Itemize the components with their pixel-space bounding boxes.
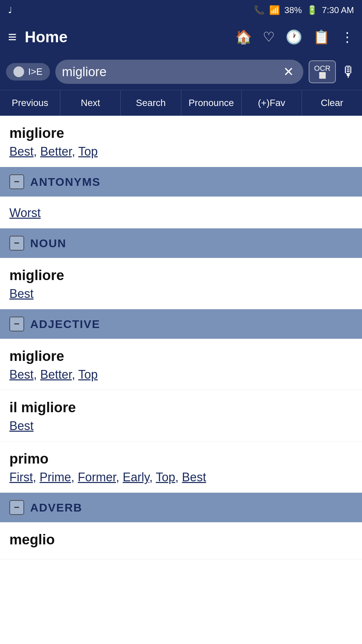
noun-collapse-icon[interactable]: − <box>9 236 24 251</box>
status-left: ♩ <box>8 5 12 15</box>
home-icon[interactable]: 🏠 <box>235 29 252 45</box>
translation-adj3-top[interactable]: Top <box>156 470 175 484</box>
status-right: 📞 📶 38% 🔋 7:30 AM <box>254 5 354 15</box>
history-icon[interactable]: 🕐 <box>286 29 302 45</box>
main-word-translations: Best, Better, Top <box>9 145 353 159</box>
adj-word-1-italian: migliore <box>9 348 353 364</box>
language-toggle-button[interactable]: I>E <box>6 63 50 80</box>
nav-icons: 🏠 ♡ 🕐 📋 ⋮ <box>235 29 354 45</box>
microphone-button[interactable]: 🎙 <box>341 63 356 80</box>
adjective-section-title: ADJECTIVE <box>30 318 100 331</box>
top-nav: ≡ Home 🏠 ♡ 🕐 📋 ⋮ <box>0 20 362 54</box>
adjective-collapse-icon[interactable]: − <box>9 317 24 331</box>
adjective-section-header[interactable]: − ADJECTIVE <box>0 309 362 339</box>
pronounce-button[interactable]: Pronounce <box>181 90 242 116</box>
adjective-entry-2: il migliore Best <box>0 390 362 441</box>
search-input[interactable] <box>62 65 281 79</box>
more-options-icon[interactable]: ⋮ <box>341 29 354 45</box>
noun-word-italian: migliore <box>9 267 353 283</box>
translation-adj2-best[interactable]: Best <box>9 419 34 433</box>
next-button[interactable]: Next <box>60 90 121 116</box>
clear-button[interactable]: Clear <box>302 90 362 116</box>
search-area: I>E ✕ OCR ⬜ 🎙 <box>0 54 362 90</box>
translation-adj1-better[interactable]: Better <box>40 368 72 381</box>
translation-adj3-early[interactable]: Early <box>123 470 149 484</box>
adverb-section-title: ADVERB <box>30 501 82 514</box>
translation-link-noun-best[interactable]: Best <box>9 287 34 301</box>
translation-link-best[interactable]: Best <box>9 145 34 158</box>
page-title: Home <box>25 28 227 46</box>
adjective-entry-1: migliore Best, Better, Top <box>0 339 362 390</box>
adjective-entry-3: primo First, Prime, Former, Early, Top, … <box>0 441 362 493</box>
toggle-dot <box>13 66 24 77</box>
clear-input-button[interactable]: ✕ <box>281 64 297 79</box>
antonyms-section-header[interactable]: − ANTONYMS <box>0 167 362 197</box>
language-toggle-label: I>E <box>28 66 43 77</box>
antonyms-section-title: ANTONYMS <box>30 175 101 189</box>
main-entry: migliore Best, Better, Top <box>0 116 362 167</box>
clipboard-icon[interactable]: 📋 <box>313 29 330 45</box>
noun-section-header[interactable]: − NOUN <box>0 228 362 258</box>
translation-adj3-former[interactable]: Former <box>78 470 116 484</box>
adverb-section-header[interactable]: − ADVERB <box>0 493 362 522</box>
adj-word-2-italian: il migliore <box>9 399 353 416</box>
search-button[interactable]: Search <box>121 90 181 116</box>
translation-link-worst[interactable]: Worst <box>9 206 41 220</box>
translation-link-top[interactable]: Top <box>78 145 98 158</box>
noun-section-title: NOUN <box>30 237 66 250</box>
music-note-icon: ♩ <box>8 5 12 15</box>
search-input-wrap: ✕ <box>55 60 303 84</box>
adj-word-1-translations: Best, Better, Top <box>9 368 353 382</box>
content-area: migliore Best, Better, Top − ANTONYMS Wo… <box>0 116 362 559</box>
favorites-icon[interactable]: ♡ <box>263 29 275 45</box>
fav-button[interactable]: (+)Fav <box>242 90 302 116</box>
adj-word-2-translations: Best <box>9 419 353 433</box>
toolbar: Previous Next Search Pronounce (+)Fav Cl… <box>0 90 362 116</box>
translation-adj1-top[interactable]: Top <box>78 368 98 381</box>
phone-icon: 📞 <box>254 5 264 15</box>
signal-icon: 📶 <box>269 5 280 15</box>
translation-link-better[interactable]: Better <box>40 145 72 158</box>
main-word-italian: migliore <box>9 125 353 141</box>
ocr-label: OCR <box>314 64 330 72</box>
battery-percent: 38% <box>285 5 302 15</box>
adverb-entry-1: meglio <box>0 522 362 559</box>
adj-word-3-translations: First, Prime, Former, Early, Top, Best <box>9 470 353 484</box>
ocr-frame-icon: ⬜ <box>319 72 326 79</box>
translation-adj3-prime[interactable]: Prime <box>40 470 71 484</box>
antonyms-entry: Worst <box>0 197 362 228</box>
translation-adj3-best[interactable]: Best <box>182 470 206 484</box>
adverb-collapse-icon[interactable]: − <box>9 500 24 515</box>
translation-adj1-best[interactable]: Best <box>9 368 34 381</box>
battery-icon: 🔋 <box>307 5 317 15</box>
adverb-word-italian: meglio <box>9 532 353 548</box>
noun-translations: Best <box>9 287 353 301</box>
hamburger-menu-button[interactable]: ≡ <box>8 30 17 44</box>
status-bar: ♩ 📞 📶 38% 🔋 7:30 AM <box>0 0 362 20</box>
noun-entry-1: migliore Best <box>0 258 362 309</box>
ocr-button[interactable]: OCR ⬜ <box>309 60 336 83</box>
translation-adj3-first[interactable]: First <box>9 470 33 484</box>
antonyms-translations: Worst <box>9 206 353 220</box>
antonyms-collapse-icon[interactable]: − <box>9 174 24 189</box>
previous-button[interactable]: Previous <box>0 90 60 116</box>
adj-word-3-italian: primo <box>9 451 353 467</box>
time-display: 7:30 AM <box>322 5 354 15</box>
